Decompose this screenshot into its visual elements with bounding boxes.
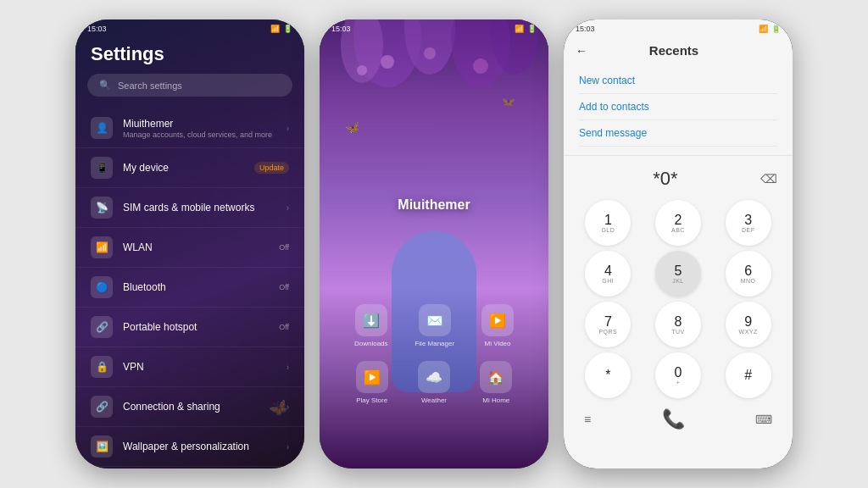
mihome-label: Mi Home xyxy=(482,396,509,404)
key-7[interactable]: 7 PQRS xyxy=(585,302,631,347)
app-grid: ⬇️ Downloads ✉️ File Manager ▶️ Mi Video… xyxy=(341,304,527,418)
mydevice-badge: Update xyxy=(254,162,289,174)
svg-point-7 xyxy=(473,58,488,74)
wallpaper-arrow: › xyxy=(287,442,289,452)
app-row-2: ▶️ Play Store ☁️ Weather 🏠 Mi Home xyxy=(341,361,527,404)
vpn-icon: 🔒 xyxy=(91,356,113,378)
bluetooth-status: Off xyxy=(279,283,289,291)
mydevice-title: My device xyxy=(123,162,244,174)
settings-item-vpn[interactable]: 🔒 VPN › xyxy=(75,347,304,387)
playstore-label: Play Store xyxy=(356,396,387,404)
status-icons-1: 📶 🔋 xyxy=(270,25,292,33)
phone-settings: 15:03 📶 🔋 Settings 🔍 Search settings 👤 M… xyxy=(75,19,304,469)
recents-status-icons: 📶 🔋 xyxy=(759,25,781,33)
recents-header: ← Recents xyxy=(564,36,793,63)
key-hash[interactable]: # xyxy=(726,352,771,398)
phone-recents: 15:03 📶 🔋 ← Recents New contact Add to c… xyxy=(564,19,793,469)
settings-search-bar[interactable]: 🔍 Search settings xyxy=(87,74,292,97)
home-screen: 🦋 🦋 15:03 📶 🔋 Miuithemer ⬇️ Downloads xyxy=(320,19,548,469)
app-filemanager[interactable]: ✉️ File Manager xyxy=(415,304,454,347)
weather-icon: ☁️ xyxy=(418,361,450,393)
settings-item-account[interactable]: 👤 Miuithemer Manage accounts, cloud serv… xyxy=(75,108,304,148)
key-0[interactable]: 0 + xyxy=(655,352,701,398)
downloads-label: Downloads xyxy=(354,340,388,347)
key-4[interactable]: 4 GHI xyxy=(585,251,631,297)
key-6[interactable]: 6 MNO xyxy=(726,251,771,297)
key-9[interactable]: 9 WXYZ xyxy=(726,302,771,347)
phone-home: 🦋 🦋 15:03 📶 🔋 Miuithemer ⬇️ Downloads xyxy=(320,19,548,469)
mihome-icon: 🏠 xyxy=(480,361,512,393)
weather-label: Weather xyxy=(421,396,447,404)
delete-button[interactable]: ⌫ xyxy=(760,172,777,186)
downloads-icon: ⬇️ xyxy=(355,304,387,336)
home-status-icons: 📶 🔋 xyxy=(515,25,537,33)
home-time: 15:03 xyxy=(331,25,351,33)
status-bar-1: 15:03 📶 🔋 xyxy=(75,19,304,36)
recents-title: Recents xyxy=(596,43,752,58)
key-star[interactable]: * xyxy=(585,352,631,398)
mydevice-icon: 📱 xyxy=(91,157,113,179)
wlan-icon: 📶 xyxy=(91,236,113,258)
divider xyxy=(564,155,793,156)
app-weather[interactable]: ☁️ Weather xyxy=(418,361,450,404)
search-placeholder: Search settings xyxy=(118,80,182,91)
key-5[interactable]: 5 JKL xyxy=(655,251,701,297)
recents-actions: New contact Add to contacts Send message xyxy=(564,63,793,152)
new-contact-button[interactable]: New contact xyxy=(579,68,777,94)
vpn-title: VPN xyxy=(123,361,273,373)
recents-status-bar: 15:03 📶 🔋 xyxy=(564,19,793,36)
settings-item-wlan[interactable]: 📶 WLAN Off xyxy=(75,228,304,268)
home-status-bar: 15:03 📶 🔋 xyxy=(320,19,548,38)
settings-item-bluetooth[interactable]: 🔵 Bluetooth Off xyxy=(75,268,304,308)
menu-icon[interactable]: ≡ xyxy=(584,413,591,426)
flower-bg xyxy=(320,19,548,206)
account-arrow: › xyxy=(287,124,289,133)
key-2[interactable]: 2 ABC xyxy=(655,200,701,246)
settings-screen: 15:03 📶 🔋 Settings 🔍 Search settings 👤 M… xyxy=(75,19,304,469)
connection-icon: 🔗 xyxy=(91,396,113,418)
call-button[interactable]: 📞 xyxy=(662,408,685,430)
key-1[interactable]: 1 GLD xyxy=(585,200,631,246)
account-sub: Manage accounts, cloud services, and mor… xyxy=(123,130,273,139)
account-title: Miuithemer xyxy=(123,118,273,130)
hotspot-icon: 🔗 xyxy=(91,316,113,338)
mivideo-label: Mi Video xyxy=(485,340,511,347)
sim-icon: 📡 xyxy=(91,197,113,219)
sim-arrow: › xyxy=(287,203,289,213)
recents-time: 15:03 xyxy=(576,25,595,33)
settings-item-mydevice[interactable]: 📱 My device Update xyxy=(75,148,304,188)
wlan-title: WLAN xyxy=(123,241,269,253)
connection-title: Connection & sharing xyxy=(123,401,273,413)
keyboard-icon[interactable]: ⌨ xyxy=(755,413,772,426)
settings-item-hotspot[interactable]: 🔗 Portable hotspot Off xyxy=(75,308,304,347)
app-mihome[interactable]: 🏠 Mi Home xyxy=(480,361,512,404)
settings-title: Settings xyxy=(75,36,304,74)
back-button[interactable]: ← xyxy=(576,44,587,58)
key-8[interactable]: 8 TUV xyxy=(655,302,701,347)
send-message-button[interactable]: Send message xyxy=(579,120,777,147)
svg-point-5 xyxy=(381,55,394,69)
app-downloads[interactable]: ⬇️ Downloads xyxy=(354,304,388,347)
butterfly-1: 🦋 xyxy=(344,120,361,136)
wallpaper-title: Wallpaper & personalization xyxy=(123,441,273,452)
sim-title: SIM cards & mobile networks xyxy=(123,202,273,214)
dialer-display: *0* xyxy=(579,168,752,190)
playstore-icon: ▶️ xyxy=(356,361,388,393)
svg-point-8 xyxy=(357,65,367,75)
add-to-contacts-button[interactable]: Add to contacts xyxy=(579,94,777,120)
filemanager-label: File Manager xyxy=(415,340,454,347)
filemanager-icon: ✉️ xyxy=(419,304,451,336)
vpn-arrow: › xyxy=(287,363,289,372)
wallpaper-icon: 🖼️ xyxy=(91,435,113,458)
dialer-input-area: *0* ⌫ xyxy=(564,159,793,195)
account-icon: 👤 xyxy=(91,117,113,139)
app-playstore[interactable]: ▶️ Play Store xyxy=(356,361,388,404)
wlan-status: Off xyxy=(279,243,289,252)
search-icon: 🔍 xyxy=(99,80,111,91)
bluetooth-icon: 🔵 xyxy=(91,276,113,298)
settings-item-sim[interactable]: 📡 SIM cards & mobile networks › xyxy=(75,188,304,228)
key-3[interactable]: 3 DEF xyxy=(726,200,771,246)
settings-item-wallpaper[interactable]: 🖼️ Wallpaper & personalization › xyxy=(75,427,304,467)
hotspot-title: Portable hotspot xyxy=(123,321,269,333)
app-mivideo[interactable]: ▶️ Mi Video xyxy=(481,304,514,347)
